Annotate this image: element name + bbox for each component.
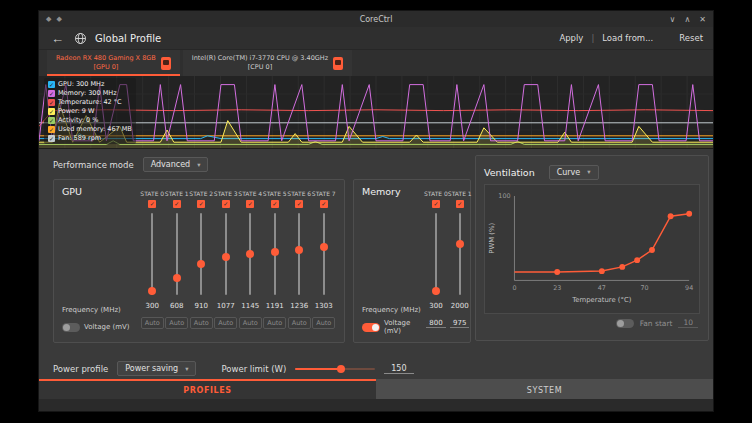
fan-start-toggle[interactable]	[616, 319, 634, 328]
pin-icon[interactable]: ◆	[56, 15, 61, 23]
legend-checkbox[interactable]: ✓	[48, 126, 55, 133]
frequency-value[interactable]: 1236	[290, 298, 308, 314]
power-limit-label: Power limit (W)	[221, 364, 286, 374]
slider-thumb[interactable]	[197, 260, 205, 268]
legend-checkbox[interactable]: ✓	[48, 81, 55, 88]
frequency-slider[interactable]	[431, 210, 441, 298]
state-checkbox[interactable]: ✓	[456, 200, 464, 208]
slider-thumb[interactable]	[271, 248, 279, 256]
ventilation-mode-select[interactable]: Curve ▾	[549, 165, 599, 180]
state-label: STATE 5	[263, 186, 287, 197]
tab-system[interactable]: SYSTEM	[376, 379, 713, 399]
slider-thumb[interactable]	[337, 365, 345, 373]
slider-thumb[interactable]	[320, 243, 328, 251]
globe-icon	[74, 32, 87, 45]
voltage-value: Auto	[263, 317, 286, 329]
cpu-tab-sublabel: [CPU 0]	[248, 63, 273, 72]
monitoring-graph: ✓GPU: 300 MHz✓Memory: 300 MHz✓Temperatur…	[39, 76, 713, 149]
back-button[interactable]: ←	[49, 32, 66, 45]
gpu-voltage-toggle[interactable]	[62, 323, 80, 332]
svg-text:Temperature (°C): Temperature (°C)	[571, 296, 632, 304]
voltage-value: Auto	[165, 317, 188, 329]
power-row: Power profile Power saving ▾ Power limit…	[53, 361, 414, 376]
frequency-slider[interactable]	[455, 210, 465, 298]
legend-checkbox[interactable]: ✓	[48, 90, 55, 97]
window-maximize-icon[interactable]: ∧	[684, 15, 690, 24]
power-profile-select[interactable]: Power saving ▾	[117, 361, 196, 376]
frequency-value[interactable]: 608	[170, 298, 183, 314]
frequency-value[interactable]: 2000	[451, 298, 469, 314]
frequency-slider[interactable]	[172, 210, 182, 298]
voltage-cell: Auto	[312, 314, 335, 332]
state-checkbox-row: ✓	[432, 197, 440, 210]
slider-thumb[interactable]	[456, 240, 464, 248]
fan-curve-canvas: 023477094100Temperature (°C)PWM (%)	[485, 185, 699, 313]
titlebar: ◆ ◆ CoreCtrl ∨ ∧ ✕	[39, 11, 713, 27]
state-checkbox[interactable]: ✓	[432, 200, 440, 208]
legend-checkbox[interactable]: ✓	[48, 108, 55, 115]
frequency-value[interactable]: 910	[195, 298, 208, 314]
fan-start-value[interactable]: 10	[678, 318, 698, 328]
tab-cpu-device[interactable]: Intel(R) Core(TM) i7-3770 CPU @ 3.40GHz …	[183, 50, 352, 76]
slider-thumb[interactable]	[246, 250, 254, 258]
frequency-value[interactable]: 1191	[266, 298, 284, 314]
frequency-value[interactable]: 1077	[217, 298, 235, 314]
tab-profiles[interactable]: PROFILES	[39, 379, 376, 399]
voltage-cell: Auto	[263, 314, 286, 332]
state-checkbox[interactable]: ✓	[222, 200, 230, 208]
state-checkbox[interactable]: ✓	[148, 200, 156, 208]
frequency-slider[interactable]	[147, 210, 157, 298]
performance-mode-select[interactable]: Advanced ▾	[143, 157, 209, 172]
state-checkbox[interactable]: ✓	[246, 200, 254, 208]
frequency-slider[interactable]	[196, 210, 206, 298]
state-checkbox-row: ✓	[295, 197, 303, 210]
frequency-slider[interactable]	[221, 210, 231, 298]
apply-button[interactable]: Apply	[559, 33, 583, 43]
load-from-button[interactable]: Load from...	[602, 33, 653, 43]
reset-button[interactable]: Reset	[679, 33, 703, 43]
frequency-slider[interactable]	[245, 210, 255, 298]
frequency-slider[interactable]	[270, 210, 280, 298]
slider-thumb[interactable]	[295, 246, 303, 254]
memory-voltage-toggle[interactable]	[362, 323, 380, 332]
voltage-value[interactable]: 975	[450, 319, 469, 328]
window-shade-icon[interactable]: ∨	[670, 15, 676, 24]
fan-curve-editor[interactable]: 023477094100Temperature (°C)PWM (%)	[484, 184, 700, 314]
slider-thumb[interactable]	[432, 287, 440, 295]
frequency-value[interactable]: 1303	[315, 298, 333, 314]
slider-thumb[interactable]	[148, 287, 156, 295]
svg-text:PWM (%): PWM (%)	[488, 222, 496, 253]
window-menu-icon[interactable]: ◆	[46, 15, 51, 23]
legend-item: ✓Memory: 300 MHz	[48, 89, 132, 97]
state-checkbox[interactable]: ✓	[173, 200, 181, 208]
state-checkbox-row: ✓	[320, 197, 328, 210]
monitoring-graph-canvas	[39, 76, 713, 148]
frequency-value[interactable]: 300	[146, 298, 159, 314]
frequency-value[interactable]: 1145	[241, 298, 259, 314]
slider-thumb[interactable]	[222, 253, 230, 261]
legend-checkbox[interactable]: ✓	[48, 135, 55, 142]
tab-gpu-device[interactable]: Radeon RX 480 Gaming X 8GB [GPU 0]	[47, 50, 180, 76]
power-limit-value[interactable]: 150	[384, 364, 413, 374]
state-checkbox[interactable]: ✓	[271, 200, 279, 208]
power-limit-slider[interactable]	[295, 364, 375, 374]
slider-track	[200, 213, 202, 295]
voltage-value: Auto	[190, 317, 213, 329]
frequency-value[interactable]: 300	[429, 298, 442, 314]
frequency-slider[interactable]	[294, 210, 304, 298]
legend-checkbox[interactable]: ✓	[48, 117, 55, 124]
state-checkbox[interactable]: ✓	[320, 200, 328, 208]
power-profile-value: Power saving	[125, 364, 178, 373]
state-checkbox[interactable]: ✓	[295, 200, 303, 208]
close-icon[interactable]: ✕	[699, 15, 706, 24]
state-checkbox[interactable]: ✓	[197, 200, 205, 208]
slider-thumb[interactable]	[173, 274, 181, 282]
slider-fill	[295, 368, 341, 370]
voltage-value[interactable]: 800	[426, 319, 445, 328]
state-column: STATE 2✓910Auto	[189, 186, 214, 336]
memory-states-panel: Memory Frequency (MHz) Voltage (mV) STAT…	[353, 179, 471, 343]
frequency-slider[interactable]	[319, 210, 329, 298]
chevron-down-icon: ▾	[197, 161, 200, 169]
state-column: STATE 5✓1191Auto	[263, 186, 288, 336]
legend-checkbox[interactable]: ✓	[48, 99, 55, 106]
